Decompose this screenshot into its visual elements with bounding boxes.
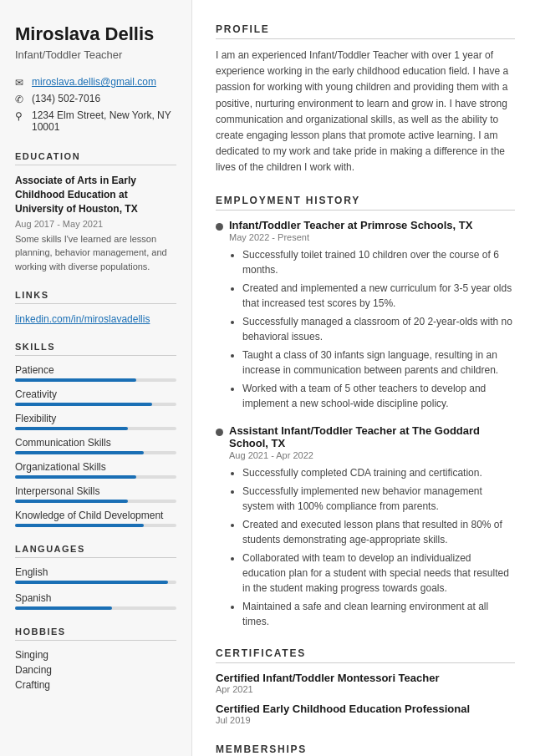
job-bullet: Successfully toilet trained 10 children … — [242, 247, 515, 277]
skill-name: Communication Skills — [15, 437, 176, 449]
skills-list: Patience Creativity Flexibility Communic… — [15, 364, 176, 527]
certificate-item: Certified Infant/Toddler Montessori Teac… — [216, 672, 515, 694]
skill-name: Interpersonal Skills — [15, 485, 176, 497]
skill-name: Creativity — [15, 388, 176, 400]
job-dot — [216, 223, 223, 231]
memberships-section: MEMBERSHIPS National Association for the… — [216, 743, 515, 757]
education-description: Some skills I've learned are lesson plan… — [15, 232, 176, 274]
sidebar: Miroslava Dellis Infant/Toddler Teacher … — [0, 0, 192, 756]
language-item: Spanish — [15, 592, 176, 610]
hobbies-list: SingingDancingCrafting — [15, 649, 176, 691]
skill-name: Organizational Skills — [15, 461, 176, 473]
hobby-item: Singing — [15, 649, 176, 661]
location-icon: ⚲ — [15, 110, 27, 122]
contact-phone: (134) 502-7016 — [32, 93, 100, 104]
job-bullets: Successfully completed CDA training and … — [229, 465, 515, 629]
links-section: LINKS linkedin.com/in/miroslavadellis — [15, 290, 176, 325]
languages-section-title: LANGUAGES — [15, 544, 176, 558]
certificate-date: Apr 2021 — [216, 684, 515, 694]
education-date: Aug 2017 - May 2021 — [15, 219, 176, 229]
email-link[interactable]: miroslava.dellis@gmail.com — [32, 76, 156, 88]
certificate-date: Jul 2019 — [216, 715, 515, 725]
language-bar-bg — [15, 606, 176, 610]
skill-bar-fill — [15, 475, 136, 479]
hobbies-section-title: HOBBIES — [15, 627, 176, 641]
skill-bar-fill — [15, 427, 128, 430]
certificates-section: CERTIFICATES Certified Infant/Toddler Mo… — [216, 647, 515, 725]
skill-name: Patience — [15, 364, 176, 376]
skill-bar-fill — [15, 403, 152, 406]
certificates-list: Certified Infant/Toddler Montessori Teac… — [216, 672, 515, 725]
resume-container: Miroslava Dellis Infant/Toddler Teacher … — [0, 0, 535, 756]
phone-icon: ✆ — [15, 94, 27, 105]
skills-section: SKILLS Patience Creativity Flexibility C… — [15, 342, 176, 527]
linkedin-link[interactable]: linkedin.com/in/miroslavadellis — [15, 313, 150, 325]
contact-address: 1234 Elm Street, New York, NY 10001 — [32, 109, 176, 133]
main-content: PROFILE I am an experienced Infant/Toddl… — [192, 0, 535, 756]
skill-bar-fill — [15, 500, 128, 503]
job-title: Infant/Toddler Teacher at Primrose Schoo… — [229, 219, 515, 231]
skill-item: Patience — [15, 364, 176, 382]
skill-bar-bg — [15, 524, 176, 527]
language-name: English — [15, 566, 176, 578]
profile-text: I am an experienced Infant/Toddler Teach… — [216, 48, 515, 176]
memberships-section-title: MEMBERSHIPS — [216, 743, 515, 757]
contact-address-item: ⚲ 1234 Elm Street, New York, NY 10001 — [15, 109, 176, 133]
job-bullet: Created and implemented a new curriculum… — [242, 281, 515, 311]
skill-name: Knowledge of Child Development — [15, 510, 176, 521]
language-name: Spanish — [15, 592, 176, 604]
hobby-item: Crafting — [15, 679, 176, 691]
job-bullet: Created and executed lesson plans that r… — [242, 517, 515, 547]
skill-bar-bg — [15, 378, 176, 382]
skill-item: Flexibility — [15, 413, 176, 430]
skill-bar-bg — [15, 427, 176, 430]
certificate-item: Certified Early Childhood Education Prof… — [216, 703, 515, 725]
skill-bar-bg — [15, 451, 176, 454]
job-bullet: Successfully implemented new behavior ma… — [242, 484, 515, 514]
skill-item: Creativity — [15, 388, 176, 406]
job-bullet: Worked with a team of 5 other teachers t… — [242, 381, 515, 411]
skill-item: Organizational Skills — [15, 461, 176, 479]
skill-item: Interpersonal Skills — [15, 485, 176, 503]
links-section-title: LINKS — [15, 290, 176, 304]
skill-name: Flexibility — [15, 413, 176, 424]
skill-bar-bg — [15, 403, 176, 406]
language-bar-bg — [15, 581, 176, 584]
profile-section-title: PROFILE — [216, 23, 515, 39]
education-section-title: EDUCATION — [15, 151, 176, 165]
job-bullet: Successfully managed a classroom of 20 2… — [242, 314, 515, 344]
hobby-item: Dancing — [15, 664, 176, 676]
employment-section-title: EMPLOYMENT HISTORY — [216, 195, 515, 211]
job-bullet: Maintained a safe and clean learning env… — [242, 599, 515, 629]
skills-section-title: SKILLS — [15, 342, 176, 356]
employment-section: EMPLOYMENT HISTORY Infant/Toddler Teache… — [216, 195, 515, 629]
job-bullets: Successfully toilet trained 10 children … — [229, 247, 515, 411]
certificate-name: Certified Infant/Toddler Montessori Teac… — [216, 672, 515, 684]
languages-section: LANGUAGES English Spanish — [15, 544, 176, 610]
language-item: English — [15, 566, 176, 584]
education-section: EDUCATION Associate of Arts in Early Chi… — [15, 151, 176, 273]
job-bullet: Collaborated with team to develop an ind… — [242, 551, 515, 596]
job-date: Aug 2021 - Apr 2022 — [229, 450, 515, 460]
contact-phone-item: ✆ (134) 502-7016 — [15, 93, 176, 105]
job-bullet: Taught a class of 30 infants sign langua… — [242, 348, 515, 378]
job-date: May 2022 - Present — [229, 232, 515, 242]
skill-bar-bg — [15, 475, 176, 479]
contact-list: ✉ miroslava.dellis@gmail.com ✆ (134) 502… — [15, 76, 176, 133]
contact-email-item: ✉ miroslava.dellis@gmail.com — [15, 76, 176, 89]
job-item: Assistant Infant/Toddler Teacher at The … — [216, 424, 515, 629]
skill-bar-bg — [15, 500, 176, 503]
languages-list: English Spanish — [15, 566, 176, 610]
language-bar-fill — [15, 581, 168, 584]
skill-bar-fill — [15, 451, 144, 454]
certificates-section-title: CERTIFICATES — [216, 647, 515, 663]
hobbies-section: HOBBIES SingingDancingCrafting — [15, 627, 176, 691]
email-icon: ✉ — [15, 77, 27, 89]
job-item: Infant/Toddler Teacher at Primrose Schoo… — [216, 219, 515, 411]
education-degree: Associate of Arts in Early Childhood Edu… — [15, 174, 176, 216]
candidate-name: Miroslava Dellis — [15, 23, 176, 45]
job-dot — [216, 429, 223, 436]
job-bullet: Successfully completed CDA training and … — [242, 465, 515, 480]
skill-item: Knowledge of Child Development — [15, 510, 176, 527]
certificate-name: Certified Early Childhood Education Prof… — [216, 703, 515, 715]
